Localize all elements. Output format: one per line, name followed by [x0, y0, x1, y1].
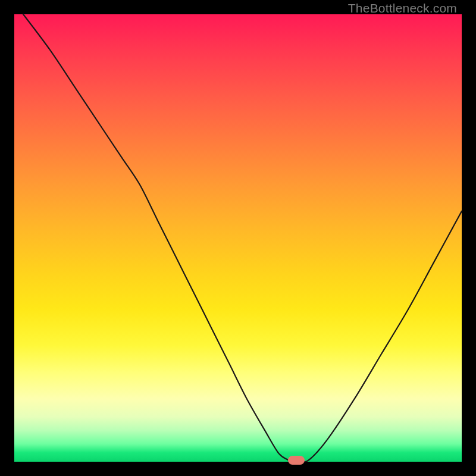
plot-area	[14, 14, 462, 462]
bottleneck-curve	[14, 14, 462, 462]
watermark-text: TheBottleneck.com	[348, 1, 457, 15]
optimal-point-marker	[288, 456, 305, 465]
chart-stage: TheBottleneck.com	[0, 0, 476, 476]
